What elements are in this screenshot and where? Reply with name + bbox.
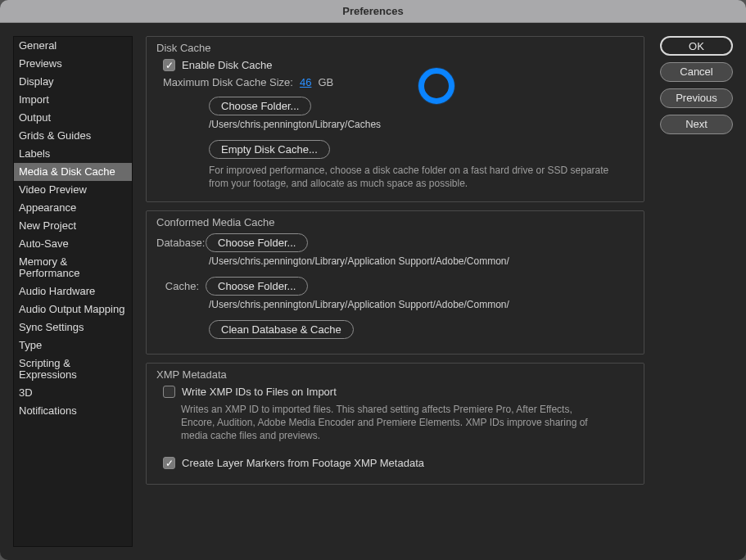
cache-path: /Users/chris.pennington/Library/Applicat… <box>209 299 634 310</box>
section-title: XMP Metadata <box>156 368 634 381</box>
sidebar-item-notifications[interactable]: Notifications <box>14 402 132 420</box>
cancel-button[interactable]: Cancel <box>660 62 733 82</box>
write-xmp-ids-label: Write XMP IDs to Files on Import <box>182 386 337 398</box>
preferences-sidebar: GeneralPreviewsDisplayImportOutputGrids … <box>13 36 133 547</box>
sidebar-item-media-disk-cache[interactable]: Media & Disk Cache <box>14 163 132 181</box>
ok-button[interactable]: OK <box>660 36 733 56</box>
database-label: Database: <box>156 237 199 249</box>
create-layer-markers-label: Create Layer Markers from Footage XMP Me… <box>182 457 424 469</box>
write-xmp-hint: Writes an XMP ID to imported files. This… <box>181 403 599 442</box>
next-button[interactable]: Next <box>660 115 733 134</box>
section-disk-cache: Disk Cache ✓ Enable Disk Cache Maximum D… <box>146 36 644 202</box>
cache-choose-folder-button[interactable]: Choose Folder... <box>206 277 308 296</box>
section-title: Conformed Media Cache <box>156 216 634 228</box>
dialog-buttons: OK Cancel Previous Next <box>660 36 733 134</box>
sidebar-item-general[interactable]: General <box>14 37 132 55</box>
max-disk-cache-label: Maximum Disk Cache Size: <box>163 76 293 88</box>
preferences-main: Disk Cache ✓ Enable Disk Cache Maximum D… <box>146 36 733 547</box>
sidebar-item-appearance[interactable]: Appearance <box>14 199 132 217</box>
enable-disk-cache-label: Enable Disk Cache <box>182 59 273 71</box>
sidebar-item-output[interactable]: Output <box>14 109 132 127</box>
previous-button[interactable]: Previous <box>660 88 733 108</box>
sidebar-item-labels[interactable]: Labels <box>14 145 132 163</box>
create-layer-markers-checkbox[interactable]: ✓ <box>163 457 175 469</box>
cache-label: Cache: <box>156 280 199 292</box>
window-title: Preferences <box>0 0 746 23</box>
empty-disk-cache-button[interactable]: Empty Disk Cache... <box>209 140 330 159</box>
clean-database-cache-button[interactable]: Clean Database & Cache <box>209 320 354 339</box>
sidebar-item-sync-settings[interactable]: Sync Settings <box>14 318 132 336</box>
sidebar-item-auto-save[interactable]: Auto-Save <box>14 235 132 253</box>
enable-disk-cache-checkbox[interactable]: ✓ <box>163 59 175 71</box>
disk-cache-path: /Users/chris.pennington/Library/Caches <box>209 119 634 130</box>
section-conformed-media-cache: Conformed Media Cache Database: Choose F… <box>146 210 644 355</box>
database-path: /Users/chris.pennington/Library/Applicat… <box>209 255 634 267</box>
section-xmp-metadata: XMP Metadata Write XMP IDs to Files on I… <box>146 363 644 485</box>
sidebar-item-audio-output-mapping[interactable]: Audio Output Mapping <box>14 300 132 318</box>
sidebar-item-grids-guides[interactable]: Grids & Guides <box>14 127 132 145</box>
sidebar-item-import[interactable]: Import <box>14 91 132 109</box>
sidebar-item-3d[interactable]: 3D <box>14 384 132 402</box>
sidebar-item-previews[interactable]: Previews <box>14 55 132 73</box>
sidebar-item-memory-performance[interactable]: Memory & Performance <box>14 253 132 282</box>
database-choose-folder-button[interactable]: Choose Folder... <box>206 233 308 252</box>
sidebar-item-new-project[interactable]: New Project <box>14 217 132 235</box>
section-title: Disk Cache <box>156 42 634 54</box>
choose-folder-button[interactable]: Choose Folder... <box>209 97 311 115</box>
sidebar-item-type[interactable]: Type <box>14 336 132 355</box>
sidebar-item-display[interactable]: Display <box>14 73 132 91</box>
write-xmp-ids-checkbox[interactable] <box>163 386 175 398</box>
sidebar-item-video-preview[interactable]: Video Preview <box>14 181 132 199</box>
disk-cache-size-unit: GB <box>318 76 333 88</box>
check-icon: ✓ <box>165 61 174 70</box>
sidebar-item-audio-hardware[interactable]: Audio Hardware <box>14 282 132 300</box>
sidebar-item-scripting-expressions[interactable]: Scripting & Expressions <box>14 355 132 384</box>
disk-cache-size-input[interactable]: 46 <box>300 76 311 88</box>
check-icon: ✓ <box>165 458 174 468</box>
disk-cache-hint: For improved performance, choose a disk … <box>209 164 626 190</box>
